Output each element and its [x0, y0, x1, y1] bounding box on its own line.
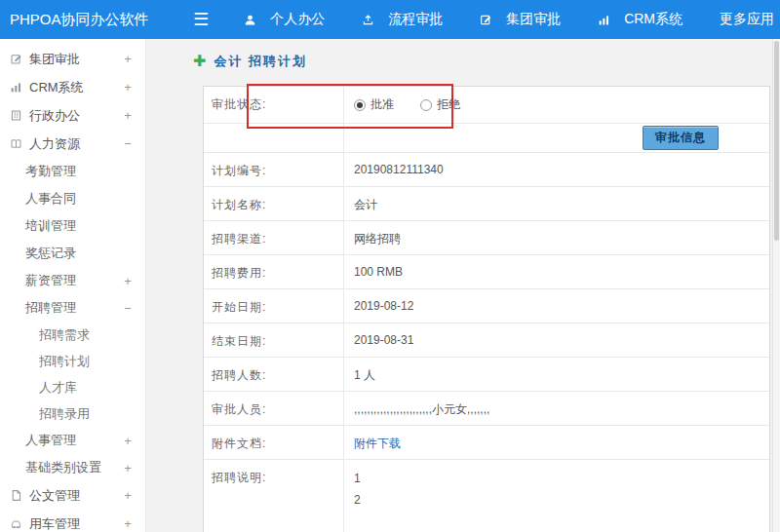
field-value: 2019-08-12 — [344, 289, 769, 323]
field-value: 会计 — [344, 187, 769, 220]
sidebar-item-vehicle-mgmt[interactable]: 用车管理 + — [0, 510, 145, 532]
form-row-cost: 招聘费用: 100 RMB — [204, 255, 769, 289]
sidebar-item-document-mgmt[interactable]: 公文管理 + — [0, 481, 145, 510]
topbar: PHPOA协同办公软件 ☰ 个人办公 流程审批 集团审批 CRM系统 — [0, 0, 780, 39]
sidebar: 集团审批 + CRM系统 + 行政办公 + 人力资源 − 考勤管理 人事合同 培… — [0, 39, 146, 532]
form-row-plan-number: 计划编号: 20190812111340 — [204, 153, 769, 187]
page-title: ✚ 会计 招聘计划 — [146, 39, 780, 70]
expand-plus-icon[interactable]: + — [122, 516, 134, 531]
sidebar-item-label: 招聘需求 — [39, 326, 134, 344]
expand-plus-icon[interactable]: + — [122, 461, 134, 475]
field-label: 招聘费用: — [204, 255, 344, 288]
sidebar-item-label: 薪资管理 — [25, 272, 122, 289]
nav-more-apps[interactable]: 更多应用 ▾ — [720, 11, 780, 28]
sidebar-item-label: 招聘管理 — [25, 299, 122, 317]
sidebar-item-base-category[interactable]: 基础类别设置 + — [0, 454, 145, 481]
form-row-attachment: 附件文档: 附件下载 — [204, 426, 769, 460]
nav-crm[interactable]: CRM系统 — [598, 11, 682, 28]
sidebar-item-label: 人事合同 — [25, 190, 134, 208]
expand-plus-icon[interactable]: + — [122, 80, 134, 95]
sidebar-item-label: 培训管理 — [25, 217, 134, 235]
nav-group-approval[interactable]: 集团审批 — [480, 11, 561, 28]
nav-label: CRM系统 — [624, 11, 682, 28]
expand-plus-icon[interactable]: + — [122, 488, 134, 503]
sidebar-item-hr-contract[interactable]: 人事合同 — [0, 185, 145, 212]
form-row-headcount: 招聘人数: 1 人 — [204, 358, 769, 392]
sidebar-item-label: 招聘录用 — [39, 405, 134, 423]
sidebar-item-salary[interactable]: 薪资管理 + — [0, 267, 145, 294]
form-row-start-date: 开始日期: 2019-08-12 — [204, 289, 769, 323]
form-row-end-date: 结束日期: 2019-08-31 — [204, 323, 769, 358]
sidebar-item-hr[interactable]: 人力资源 − — [0, 130, 145, 158]
expand-plus-icon[interactable]: + — [122, 434, 134, 448]
sidebar-item-label: 人才库 — [39, 379, 134, 397]
expand-plus-icon[interactable]: + — [122, 108, 134, 123]
field-label: 招聘渠道: — [204, 221, 344, 254]
bar-chart-icon — [598, 14, 617, 26]
sidebar-item-personnel[interactable]: 人事管理 + — [0, 427, 145, 454]
approval-info-button[interactable]: 审批信息 — [643, 126, 719, 150]
sidebar-item-group-approval[interactable]: 集团审批 + — [0, 45, 145, 73]
field-label: 计划名称: — [204, 187, 344, 220]
field-label: 审批人员: — [204, 392, 344, 425]
sidebar-item-label: 人事管理 — [25, 432, 122, 449]
sidebar-item-training[interactable]: 培训管理 — [0, 212, 145, 240]
recruit-plan-form: 审批状态: 批准 拒绝 审批信息 计划编号: 2019081211 — [203, 86, 770, 532]
collapse-minus-icon[interactable]: − — [122, 301, 134, 316]
sidebar-item-admin-office[interactable]: 行政办公 + — [0, 101, 145, 130]
field-value: 20190812111340 — [344, 153, 769, 186]
field-value: 附件下载 — [344, 426, 769, 459]
attachment-download-link[interactable]: 附件下载 — [354, 437, 401, 450]
field-value: ,,,,,,,,,,,,,,,,,,,,,,,,小元女,,,,,,, — [344, 392, 769, 425]
sidebar-item-attendance[interactable]: 考勤管理 — [0, 158, 145, 185]
page-scrollbar — [772, 39, 780, 532]
field-value: 1 人 — [344, 358, 769, 391]
sidebar-item-recruit-demand[interactable]: 招聘需求 — [0, 322, 145, 348]
radio-reject[interactable]: 拒绝 — [420, 96, 460, 113]
sidebar-item-talent-pool[interactable]: 人才库 — [0, 374, 145, 400]
expand-plus-icon[interactable]: + — [122, 274, 134, 288]
form-row-approvers: 审批人员: ,,,,,,,,,,,,,,,,,,,,,,,,小元女,,,,,,, — [204, 392, 769, 426]
field-value: 网络招聘 — [344, 221, 769, 254]
field-label: 计划编号: — [204, 153, 344, 186]
book-icon — [10, 137, 29, 150]
approval-status-options: 批准 拒绝 — [344, 87, 769, 123]
radio-approve[interactable]: 批准 — [354, 96, 394, 113]
expand-plus-icon[interactable]: + — [122, 52, 134, 66]
scrollbar-thumb[interactable] — [774, 41, 779, 241]
sidebar-item-label: CRM系统 — [29, 79, 122, 96]
document-icon — [10, 489, 29, 502]
sidebar-item-recruitment[interactable]: 招聘管理 − — [0, 294, 145, 322]
collapse-minus-icon[interactable]: − — [122, 136, 134, 151]
bar-chart-icon — [10, 81, 29, 94]
radio-approve-label: 批准 — [370, 96, 394, 113]
sidebar-item-label: 人力资源 — [29, 135, 122, 153]
field-label: 审批状态: — [204, 87, 344, 123]
sidebar-item-label: 基础类别设置 — [25, 459, 122, 476]
sidebar-item-rewards[interactable]: 奖惩记录 — [0, 240, 145, 267]
car-icon — [10, 517, 29, 530]
radio-approve-circle[interactable] — [354, 99, 366, 111]
sidebar-item-label: 用车管理 — [29, 515, 122, 532]
sidebar-item-recruit-plan[interactable]: 招聘计划 — [0, 348, 145, 374]
sidebar-item-recruit-hire[interactable]: 招聘录用 — [0, 400, 145, 427]
app-logo: PHPOA协同办公软件 — [0, 11, 146, 29]
field-value: 2019-08-31 — [344, 323, 769, 357]
sidebar-item-label: 集团审批 — [29, 51, 122, 68]
approval-status-row: 审批状态: 批准 拒绝 — [204, 87, 769, 124]
nav-personal-office[interactable]: 个人办公 — [244, 11, 325, 28]
approval-button-row: 审批信息 — [204, 124, 769, 153]
building-icon — [10, 109, 29, 122]
nav-workflow-approval[interactable]: 流程审批 — [362, 11, 443, 28]
menu-toggle-icon[interactable]: ☰ — [193, 11, 209, 28]
sidebar-item-label: 考勤管理 — [25, 163, 134, 180]
sidebar-item-label: 行政办公 — [29, 107, 122, 125]
main-content: ✚ 会计 招聘计划 审批状态: 批准 拒绝 审批信息 — [146, 39, 780, 532]
radio-reject-circle[interactable] — [420, 99, 432, 111]
description-line: 2 — [354, 489, 769, 511]
description-line: 1 — [354, 468, 769, 489]
workflow-icon — [362, 14, 381, 26]
field-label: 结束日期: — [204, 323, 344, 357]
top-navigation: 个人办公 流程审批 集团审批 CRM系统 更多应用 ▾ — [244, 11, 780, 28]
sidebar-item-crm[interactable]: CRM系统 + — [0, 73, 145, 101]
